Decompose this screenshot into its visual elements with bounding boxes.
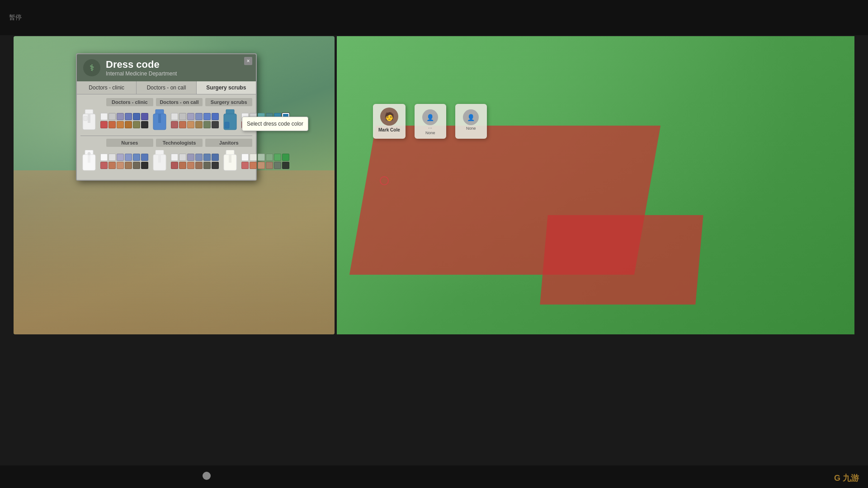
color-swatch[interactable] xyxy=(171,162,178,169)
color-swatch[interactable] xyxy=(195,162,203,169)
color-swatch[interactable] xyxy=(203,113,211,120)
color-swatch[interactable] xyxy=(171,121,178,128)
color-swatch[interactable] xyxy=(133,162,140,169)
svg-rect-6 xyxy=(158,114,161,123)
color-swatch[interactable] xyxy=(141,121,148,128)
top-section-labels: Doctors - clinic Doctors - on call Surge… xyxy=(80,98,252,106)
color-swatch[interactable] xyxy=(187,113,194,120)
color-swatch[interactable] xyxy=(117,113,124,120)
dress-preview-janitor xyxy=(222,149,239,174)
color-swatch[interactable] xyxy=(133,113,140,120)
dialog-title-area: Dress code Internal Medicine Department xyxy=(106,59,250,77)
color-swatch[interactable] xyxy=(100,162,108,169)
dress-preview-clinic xyxy=(80,108,98,133)
nav-dot[interactable] xyxy=(203,472,211,480)
color-swatch[interactable] xyxy=(179,162,186,169)
char-avatar-0: 🧑 xyxy=(380,108,398,126)
color-swatch[interactable] xyxy=(258,154,265,161)
color-swatch[interactable] xyxy=(133,121,140,128)
tab-doctors-oncall[interactable]: Doctors - on call xyxy=(137,81,196,94)
char-card-2[interactable]: 👤 None xyxy=(455,104,487,139)
color-swatch[interactable] xyxy=(274,162,281,169)
color-swatch[interactable] xyxy=(179,121,186,128)
color-swatch[interactable] xyxy=(171,154,178,161)
svg-rect-3 xyxy=(84,116,87,121)
char-dots-1[interactable]: ⋯ xyxy=(420,126,441,131)
color-swatch[interactable] xyxy=(250,162,257,169)
tab-surgery-scrubs[interactable]: Surgery scrubs xyxy=(197,81,256,94)
char-none-2: None xyxy=(461,126,481,131)
color-swatch[interactable] xyxy=(282,162,289,169)
color-swatch[interactable] xyxy=(125,162,132,169)
svg-rect-12 xyxy=(88,155,90,163)
color-swatch[interactable] xyxy=(125,113,132,120)
color-swatch[interactable] xyxy=(117,154,124,161)
char-none-1: None xyxy=(420,131,441,135)
color-swatch[interactable] xyxy=(100,154,108,161)
dress-preview-tech xyxy=(151,149,168,174)
color-swatch[interactable] xyxy=(108,162,116,169)
color-swatch[interactable] xyxy=(266,154,273,161)
section-label-tech: Technologists xyxy=(156,139,203,147)
color-swatch[interactable] xyxy=(187,121,194,128)
color-grid-tech xyxy=(171,154,219,169)
watermark: G 九游 xyxy=(834,473,859,483)
top-dress-row xyxy=(80,108,252,133)
color-swatch[interactable] xyxy=(250,154,257,161)
dialog-tabs: Doctors - clinic Doctors - on call Surge… xyxy=(77,81,256,94)
section-label-clinic: Doctors - clinic xyxy=(106,98,153,106)
color-swatch[interactable] xyxy=(141,162,148,169)
tooltip: Select dress code color xyxy=(242,117,308,131)
color-swatch[interactable] xyxy=(282,154,289,161)
tab-doctors-clinic[interactable]: Doctors - clinic xyxy=(77,81,137,94)
spacer2 xyxy=(80,139,104,147)
color-swatch[interactable] xyxy=(141,113,148,120)
color-swatch[interactable] xyxy=(171,113,178,120)
color-grid-janitor xyxy=(241,154,289,169)
color-swatch[interactable] xyxy=(212,113,219,120)
color-swatch[interactable] xyxy=(187,154,194,161)
color-swatch[interactable] xyxy=(125,121,132,128)
color-swatch[interactable] xyxy=(125,154,132,161)
color-swatch[interactable] xyxy=(212,154,219,161)
char-role-1: 👤 xyxy=(422,109,438,125)
color-swatch[interactable] xyxy=(108,154,116,161)
char-card-0[interactable]: 🧑 Mark Cole xyxy=(373,104,406,139)
svg-rect-2 xyxy=(88,114,90,123)
color-swatch[interactable] xyxy=(241,154,249,161)
color-swatch[interactable] xyxy=(179,154,186,161)
dialog-title: Dress code xyxy=(106,59,250,70)
color-swatch[interactable] xyxy=(108,113,116,120)
color-swatch[interactable] xyxy=(117,121,124,128)
crosshair xyxy=(380,176,389,185)
dress-preview-surgery xyxy=(222,108,239,133)
color-swatch[interactable] xyxy=(266,162,273,169)
color-swatch[interactable] xyxy=(117,162,124,169)
color-swatch[interactable] xyxy=(179,113,186,120)
top-bar: 暂停 xyxy=(0,0,868,35)
color-swatch[interactable] xyxy=(203,154,211,161)
color-swatch[interactable] xyxy=(141,154,148,161)
close-button[interactable]: × xyxy=(244,57,252,65)
color-swatch[interactable] xyxy=(212,121,219,128)
char-role-2: 👤 xyxy=(463,109,479,125)
color-swatch[interactable] xyxy=(108,121,116,128)
color-swatch[interactable] xyxy=(203,121,211,128)
color-swatch[interactable] xyxy=(187,162,194,169)
color-swatch[interactable] xyxy=(274,154,281,161)
color-swatch[interactable] xyxy=(100,121,108,128)
color-swatch[interactable] xyxy=(195,121,203,128)
color-swatch[interactable] xyxy=(258,162,265,169)
color-grid-clinic xyxy=(100,113,148,128)
color-swatch[interactable] xyxy=(100,113,108,120)
color-swatch[interactable] xyxy=(133,154,140,161)
color-swatch[interactable] xyxy=(195,154,203,161)
color-swatch[interactable] xyxy=(195,113,203,120)
dialog-divider xyxy=(80,136,252,136)
color-swatch[interactable] xyxy=(203,162,211,169)
color-swatch[interactable] xyxy=(241,162,249,169)
svg-point-13 xyxy=(88,152,90,155)
char-card-1[interactable]: 👤 ⋯ None xyxy=(415,104,446,139)
watermark-text: G 九游 xyxy=(834,474,859,483)
color-swatch[interactable] xyxy=(212,162,219,169)
